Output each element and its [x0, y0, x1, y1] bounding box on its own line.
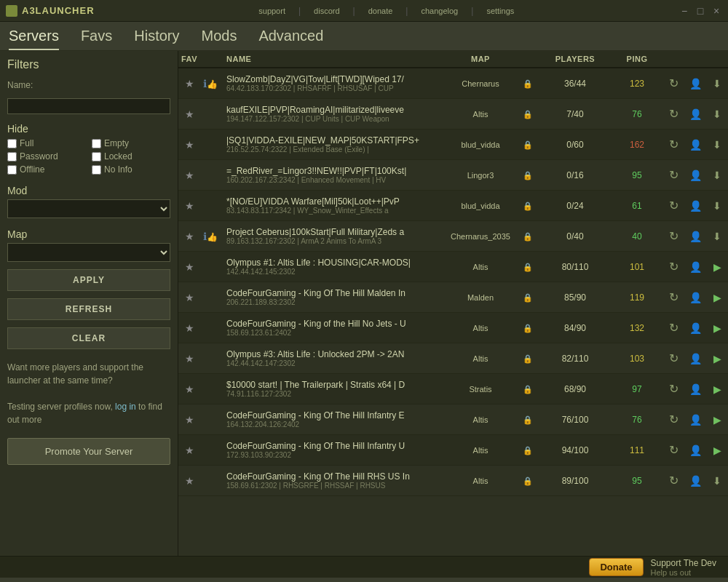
cell-map: Altis: [444, 414, 517, 426]
star-icon[interactable]: ★: [185, 292, 194, 303]
action-play[interactable]: ▶: [706, 381, 728, 397]
action-refresh[interactable]: ↻: [662, 228, 684, 244]
action-play[interactable]: ▶: [706, 259, 728, 275]
star-icon[interactable]: ★: [185, 322, 194, 334]
star-icon[interactable]: ★: [185, 383, 194, 395]
mod-select[interactable]: [7, 199, 170, 218]
star-icon[interactable]: ★: [185, 108, 194, 120]
action-join[interactable]: 👤: [684, 167, 706, 183]
action-join[interactable]: 👤: [684, 76, 706, 92]
action-refresh[interactable]: ↻: [662, 75, 684, 92]
action-join[interactable]: 👤: [684, 106, 706, 122]
action-join[interactable]: 👤: [684, 228, 706, 244]
map-select[interactable]: [7, 243, 170, 262]
action-join[interactable]: 👤: [684, 198, 706, 214]
action-join[interactable]: 👤: [684, 412, 706, 428]
action-download[interactable]: ⬇: [706, 137, 728, 153]
action-join[interactable]: 👤: [684, 290, 706, 306]
action-refresh[interactable]: ↻: [662, 197, 684, 214]
name-input[interactable]: [7, 98, 170, 114]
action-join[interactable]: 👤: [684, 320, 706, 336]
action-refresh[interactable]: ↻: [662, 167, 684, 183]
tab-advanced[interactable]: Advanced: [258, 28, 323, 50]
close-button[interactable]: ×: [711, 5, 722, 17]
action-refresh[interactable]: ↻: [662, 350, 684, 367]
tab-history[interactable]: History: [134, 28, 179, 50]
tab-favs[interactable]: Favs: [81, 28, 112, 50]
checkbox-noinfo[interactable]: [92, 165, 101, 175]
refresh-icon: ↻: [669, 260, 678, 273]
action-play[interactable]: ▶: [706, 442, 728, 458]
hide-noinfo[interactable]: No Info: [92, 164, 170, 175]
star-icon[interactable]: ★: [185, 231, 194, 242]
action-refresh[interactable]: ↻: [662, 380, 684, 397]
hide-offline[interactable]: Offline: [7, 164, 86, 175]
maximize-button[interactable]: □: [695, 5, 706, 17]
cell-ping: 132: [612, 322, 662, 335]
checkbox-empty[interactable]: [92, 139, 101, 148]
star-icon[interactable]: ★: [185, 445, 194, 456]
star-icon[interactable]: ★: [185, 475, 194, 487]
donate-button[interactable]: Donate: [589, 558, 643, 576]
tab-mods[interactable]: Mods: [201, 28, 237, 50]
action-refresh[interactable]: ↻: [662, 411, 684, 428]
action-refresh[interactable]: ↻: [662, 472, 684, 489]
nav-donate[interactable]: donate: [368, 7, 393, 15]
action-refresh[interactable]: ↻: [662, 258, 684, 275]
nav-support[interactable]: support: [258, 7, 285, 15]
nav-settings[interactable]: settings: [486, 7, 514, 15]
action-refresh[interactable]: ↻: [662, 105, 684, 122]
action-download[interactable]: ⬇: [706, 106, 728, 122]
star-icon[interactable]: ★: [185, 261, 194, 273]
apply-button[interactable]: APPLY: [7, 269, 170, 291]
star-icon[interactable]: ★: [185, 414, 194, 426]
promo-text-1: Want more players and support the launch…: [7, 362, 143, 386]
promo-link[interactable]: log in: [115, 402, 136, 412]
server-row: ★CodeFourGaming - King Of The Hill Infan…: [178, 404, 728, 435]
checkbox-offline[interactable]: [7, 165, 17, 175]
action-refresh[interactable]: ↻: [662, 442, 684, 458]
cell-players: 0/40: [539, 230, 612, 243]
action-play[interactable]: ▶: [706, 412, 728, 428]
action-download[interactable]: ⬇: [706, 473, 728, 489]
star-icon[interactable]: ★: [185, 170, 194, 181]
star-icon[interactable]: ★: [185, 139, 194, 151]
hide-full[interactable]: Full: [7, 138, 86, 148]
lock-icon: 🔒: [523, 140, 533, 149]
like-icon[interactable]: 👍: [207, 79, 218, 89]
action-play[interactable]: ▶: [706, 351, 728, 367]
action-download[interactable]: ⬇: [706, 76, 728, 92]
star-icon[interactable]: ★: [185, 200, 194, 212]
clear-button[interactable]: CLEAR: [7, 327, 170, 349]
nav-changelog[interactable]: changelog: [421, 7, 458, 15]
action-join[interactable]: 👤: [684, 381, 706, 397]
action-download[interactable]: ⬇: [706, 228, 728, 244]
action-play[interactable]: ▶: [706, 320, 728, 336]
star-icon[interactable]: ★: [185, 78, 194, 89]
action-play[interactable]: ▶: [706, 290, 728, 306]
action-refresh[interactable]: ↻: [662, 319, 684, 336]
hide-locked[interactable]: Locked: [92, 151, 170, 162]
action-download[interactable]: ⬇: [706, 167, 728, 183]
action-join[interactable]: 👤: [684, 137, 706, 153]
action-refresh[interactable]: ↻: [662, 289, 684, 306]
nav-discord[interactable]: discord: [314, 7, 339, 15]
action-refresh[interactable]: ↻: [662, 136, 684, 153]
action-join[interactable]: 👤: [684, 442, 706, 458]
promote-server-button[interactable]: Promote Your Server: [7, 438, 170, 465]
hide-empty[interactable]: Empty: [92, 138, 170, 148]
action-join[interactable]: 👤: [684, 351, 706, 367]
minimize-button[interactable]: −: [678, 5, 690, 17]
action-join[interactable]: 👤: [684, 473, 706, 489]
refresh-button[interactable]: REFRESH: [7, 298, 170, 320]
checkbox-password[interactable]: [7, 152, 17, 162]
checkbox-full[interactable]: [7, 139, 17, 148]
tab-servers[interactable]: Servers: [9, 28, 59, 50]
hide-password[interactable]: Password: [7, 151, 86, 162]
action-join[interactable]: 👤: [684, 259, 706, 275]
checkbox-locked[interactable]: [92, 152, 101, 162]
like-icon[interactable]: 👍: [207, 232, 218, 242]
server-list: ★ℹ👍SlowZomb|DayZ|VG|Tow|Lift[TWD][Wiped …: [178, 68, 728, 556]
star-icon[interactable]: ★: [185, 353, 194, 364]
action-download[interactable]: ⬇: [706, 198, 728, 214]
